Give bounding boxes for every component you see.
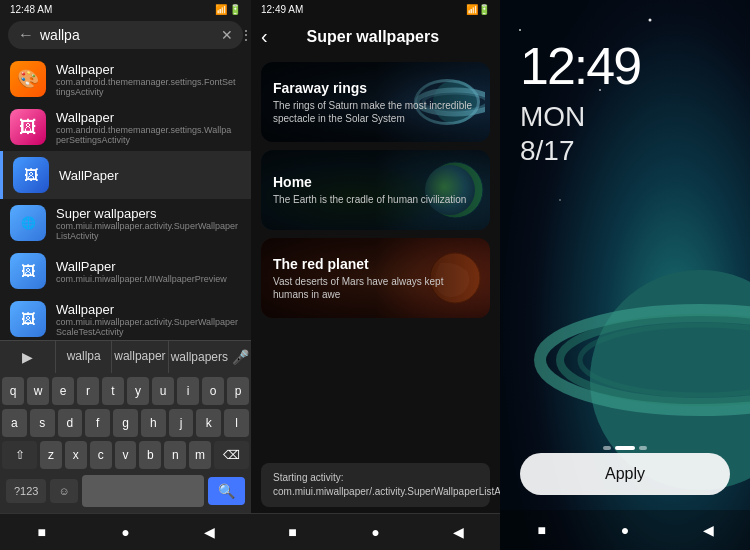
key-x[interactable]: x	[65, 441, 87, 469]
list-item[interactable]: 🌐 Super wallpapers com.miui.miwallpaper.…	[0, 199, 251, 247]
key-v[interactable]: v	[115, 441, 137, 469]
suggestion-wallpaper[interactable]: wallpaper	[112, 341, 168, 373]
key-k[interactable]: k	[196, 409, 221, 437]
key-a[interactable]: a	[2, 409, 27, 437]
key-l[interactable]: l	[224, 409, 249, 437]
panel-preview: 12:49 MON 8/17 Apply ■ ● ◀	[500, 0, 750, 550]
wp-card-earth[interactable]: Home The Earth is the cradle of human ci…	[261, 150, 490, 230]
app-icon: 🖼	[10, 301, 46, 337]
preview-day: MON	[520, 100, 585, 134]
list-item-selected[interactable]: 🖼 WallPaper	[0, 151, 251, 199]
key-y[interactable]: y	[127, 377, 149, 405]
svg-point-15	[649, 19, 652, 22]
search-input[interactable]	[40, 27, 215, 43]
list-item[interactable]: 🎨 Wallpaper com.android.thememanager.set…	[0, 55, 251, 103]
app-pkg: com.miui.miwallpaper.activity.SuperWallp…	[56, 221, 241, 241]
key-i[interactable]: i	[177, 377, 199, 405]
key-backspace[interactable]: ⌫	[214, 441, 249, 469]
wp-card-overlay: Faraway rings The rings of Saturn make t…	[261, 62, 490, 142]
app-icon: 🖼	[10, 109, 46, 145]
list-item[interactable]: 🖼 WallPaper com.miui.miwallpaper.MIWallp…	[0, 247, 251, 295]
suggestion-wallpapers[interactable]: wallpapers 🎤	[169, 341, 251, 373]
sugg-arrow: ▶	[22, 349, 33, 365]
kb-row-3: ⇧ z x c v b n m ⌫	[2, 441, 249, 469]
indicator-3	[639, 446, 647, 450]
key-t[interactable]: t	[102, 377, 124, 405]
app-icon: 🎨	[10, 61, 46, 97]
kb-row-bottom: ?123 ☺ 🔍	[2, 473, 249, 509]
clear-icon[interactable]: ✕	[221, 27, 233, 43]
key-m[interactable]: m	[189, 441, 211, 469]
key-f[interactable]: f	[85, 409, 110, 437]
keyboard-suggestions: ▶ wallpa wallpaper wallpapers 🎤	[0, 340, 251, 373]
key-d[interactable]: d	[58, 409, 83, 437]
key-n[interactable]: n	[164, 441, 186, 469]
key-h[interactable]: h	[141, 409, 166, 437]
key-z[interactable]: z	[40, 441, 62, 469]
time-left: 12:48 AM	[10, 4, 52, 15]
wp-card-rings[interactable]: Faraway rings The rings of Saturn make t…	[261, 62, 490, 142]
time-mid: 12:49 AM	[261, 4, 303, 15]
key-num[interactable]: ?123	[6, 479, 46, 503]
wp-card-overlay: Home The Earth is the cradle of human ci…	[261, 150, 490, 230]
key-g[interactable]: g	[113, 409, 138, 437]
nav-back-mid[interactable]: ◀	[449, 522, 469, 542]
back-arrow-mid[interactable]: ‹	[261, 25, 268, 48]
key-r[interactable]: r	[77, 377, 99, 405]
indicator-2	[615, 446, 635, 450]
panel-wallpapers: 12:49 AM 📶🔋 ‹ Super wallpapers Faraway r…	[251, 0, 500, 550]
app-name: Wallpaper	[56, 62, 241, 77]
nav-home-mid[interactable]: ●	[366, 522, 386, 542]
nav-home-right[interactable]: ●	[615, 520, 635, 540]
signal-icons: 📶 🔋	[215, 4, 241, 15]
key-o[interactable]: o	[202, 377, 224, 405]
search-bar[interactable]: ← ✕ ⋮	[8, 21, 243, 49]
key-p[interactable]: p	[227, 377, 249, 405]
svg-point-18	[559, 199, 561, 201]
kb-row-1: q w e r t y u i o p	[2, 377, 249, 405]
toast-message: Starting activity:com.miui.miwallpaper/.…	[261, 463, 490, 507]
list-item[interactable]: 🖼 Wallpaper com.miui.miwallpaper.activit…	[0, 295, 251, 340]
status-icons-mid: 📶🔋	[466, 4, 490, 15]
suggestion-wallpa[interactable]: wallpa	[56, 341, 112, 373]
nav-recent-right[interactable]: ■	[532, 520, 552, 540]
preview-clock: 12:49	[520, 40, 640, 92]
suggestion-item[interactable]: ▶	[0, 341, 56, 373]
nav-recent[interactable]: ■	[32, 522, 52, 542]
back-icon[interactable]: ←	[18, 26, 34, 44]
app-name: WallPaper	[59, 168, 241, 183]
key-e[interactable]: e	[52, 377, 74, 405]
key-search[interactable]: 🔍	[208, 477, 245, 505]
key-space[interactable]	[82, 475, 204, 507]
key-q[interactable]: q	[2, 377, 24, 405]
wp-card-desc: The rings of Saturn make the most incred…	[273, 99, 478, 125]
key-emoji[interactable]: ☺	[50, 479, 77, 503]
keyboard: q w e r t y u i o p a s d f g h j k l ⇧ …	[0, 373, 251, 513]
status-bar-mid: 12:49 AM 📶🔋	[251, 0, 500, 17]
key-shift[interactable]: ⇧	[2, 441, 37, 469]
wp-header: ‹ Super wallpapers	[251, 17, 500, 56]
wp-card-overlay: The red planet Vast deserts of Mars have…	[261, 238, 490, 318]
key-w[interactable]: w	[27, 377, 49, 405]
key-b[interactable]: b	[139, 441, 161, 469]
nav-bar-preview: ■ ● ◀	[500, 510, 750, 550]
wp-card-title: Faraway rings	[273, 80, 478, 96]
key-c[interactable]: c	[90, 441, 112, 469]
apply-button[interactable]: Apply	[520, 453, 730, 495]
key-u[interactable]: u	[152, 377, 174, 405]
nav-bar-mid: ■ ● ◀	[251, 513, 500, 550]
svg-point-13	[519, 29, 521, 31]
nav-back[interactable]: ◀	[199, 522, 219, 542]
list-item[interactable]: 🖼 Wallpaper com.android.thememanager.set…	[0, 103, 251, 151]
key-j[interactable]: j	[169, 409, 194, 437]
app-pkg: com.android.thememanager.settings.Wallpa…	[56, 125, 241, 145]
nav-home[interactable]: ●	[115, 522, 135, 542]
nav-recent-mid[interactable]: ■	[283, 522, 303, 542]
key-s[interactable]: s	[30, 409, 55, 437]
nav-back-right[interactable]: ◀	[698, 520, 718, 540]
app-name: Wallpaper	[56, 302, 241, 317]
app-icon: 🖼	[13, 157, 49, 193]
wp-card-mars[interactable]: The red planet Vast deserts of Mars have…	[261, 238, 490, 318]
app-icon: 🌐	[10, 205, 46, 241]
preview-date-num: 8/17	[520, 134, 585, 168]
